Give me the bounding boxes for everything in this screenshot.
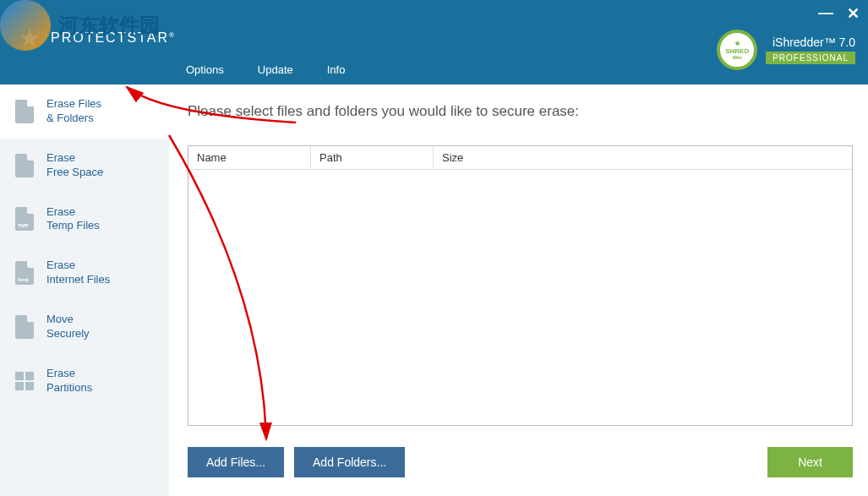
title-bar: PROTECTSTAR® — ✕ ★ SHRED Win iShredder™ …	[0, 0, 868, 84]
partition-icon	[13, 368, 36, 395]
add-files-button[interactable]: Add Files...	[188, 447, 284, 477]
sidebar-item-label: Erase Partitions	[46, 367, 92, 395]
file-icon	[13, 313, 36, 341]
sidebar-item-free-space[interactable]: Erase Free Space	[0, 139, 169, 193]
menu-update[interactable]: Update	[258, 63, 293, 76]
menu-bar: Options Update Info	[186, 63, 345, 76]
file-icon	[13, 98, 36, 125]
minimize-button[interactable]: —	[817, 4, 834, 23]
sidebar-item-label: Erase Files & Folders	[46, 97, 101, 126]
main-content: Please select files and folders you woul…	[169, 84, 868, 496]
product-name: iShredder™ 7.0	[766, 35, 855, 49]
file-html-icon: html	[13, 259, 36, 286]
sidebar-item-label: Erase Temp Files	[46, 205, 100, 234]
file-tmp-icon: TMP	[13, 205, 36, 232]
sidebar: Erase Files & Folders Erase Free Space T…	[0, 84, 169, 496]
menu-info[interactable]: Info	[327, 63, 346, 76]
sidebar-item-move-securely[interactable]: Move Securely	[0, 300, 169, 354]
add-folders-button[interactable]: Add Folders...	[294, 447, 405, 477]
sidebar-item-label: Move Securely	[46, 313, 90, 341]
sidebar-item-partitions[interactable]: Erase Partitions	[0, 354, 169, 408]
product-edition: PROFESSIONAL	[766, 52, 855, 64]
product-badge: ★ SHRED Win iShredder™ 7.0 PROFESSIONAL	[717, 30, 855, 70]
sidebar-item-internet-files[interactable]: html Erase Internet Files	[0, 246, 169, 300]
close-button[interactable]: ✕	[844, 4, 861, 23]
sidebar-item-label: Erase Free Space	[46, 151, 103, 180]
file-icon	[13, 152, 36, 179]
column-header-name[interactable]: Name	[188, 146, 311, 170]
file-table: Name Path Size	[188, 145, 853, 426]
star-icon	[17, 25, 42, 51]
column-header-size[interactable]: Size	[434, 146, 852, 170]
brand-logo: PROTECTSTAR®	[0, 0, 176, 51]
page-heading: Please select files and folders you woul…	[188, 103, 853, 120]
column-header-path[interactable]: Path	[311, 146, 434, 170]
shred-seal-icon: ★ SHRED Win	[717, 30, 757, 70]
menu-options[interactable]: Options	[186, 63, 224, 76]
sidebar-item-label: Erase Internet Files	[46, 259, 110, 287]
sidebar-item-erase-files[interactable]: Erase Files & Folders	[0, 84, 169, 139]
brand-name: PROTECTSTAR®	[51, 30, 176, 46]
sidebar-item-temp-files[interactable]: TMP Erase Temp Files	[0, 193, 169, 247]
next-button[interactable]: Next	[767, 447, 853, 477]
